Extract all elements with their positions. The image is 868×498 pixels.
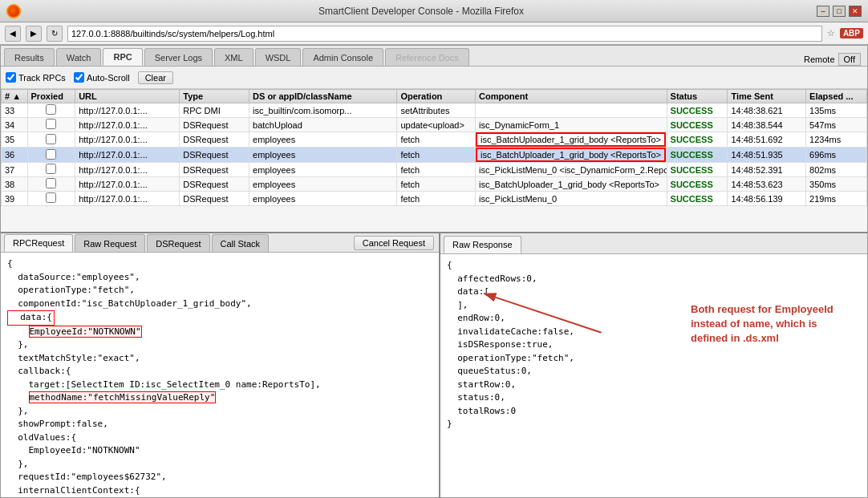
forward-button[interactable]: ▶ — [26, 26, 42, 42]
cell-operation: fetch — [397, 192, 476, 206]
tab-reference-docs[interactable]: Reference Docs — [385, 48, 469, 66]
cell-url: http://127.0.0.1:... — [75, 103, 180, 118]
cell-status: SUCCESS — [667, 192, 728, 206]
cell-component — [475, 103, 667, 118]
code-line: textMatchStyle:"exact", — [7, 352, 432, 366]
close-button[interactable]: ✕ — [849, 6, 862, 17]
tab-xml[interactable]: XML — [214, 48, 254, 66]
cell-time: 14:48:51.692 — [728, 132, 806, 148]
code-line: totalRows:0 — [447, 405, 861, 419]
cell-proxied — [27, 148, 75, 163]
back-button[interactable]: ◀ — [5, 26, 21, 42]
cell-ds: employees — [249, 177, 397, 192]
track-rpcs-check[interactable] — [6, 72, 16, 83]
cell-num: 38 — [2, 177, 28, 192]
track-rpcs-checkbox[interactable]: Track RPCs — [6, 72, 66, 83]
col-component[interactable]: Component — [475, 90, 667, 103]
col-url[interactable]: URL — [75, 90, 180, 103]
bookmark-icon[interactable]: ☆ — [827, 28, 835, 38]
reload-button[interactable]: ↻ — [47, 26, 63, 42]
table-row[interactable]: 36 http://127.0.0.1:... DSRequest employ… — [2, 148, 867, 163]
tab-admin-console[interactable]: Admin Console — [302, 48, 383, 66]
cell-component: isc_PickListMenu_0 — [475, 192, 667, 206]
col-type[interactable]: Type — [180, 90, 249, 103]
table-row[interactable]: 37 http://127.0.0.1:... DSRequest employ… — [2, 163, 867, 177]
col-status[interactable]: Status — [667, 90, 728, 103]
col-proxied[interactable]: Proxied — [27, 90, 75, 103]
cell-proxied — [27, 118, 75, 132]
abp-badge: ABP — [840, 28, 863, 38]
col-elapsed[interactable]: Elapsed ... — [806, 90, 867, 103]
cell-type: DSRequest — [180, 132, 249, 148]
cell-time: 14:48:38.621 — [728, 103, 806, 118]
cell-elapsed: 547ms — [806, 118, 867, 132]
annotation-text: Both request for EmployeeId instead of n… — [691, 302, 851, 346]
cell-url: http://127.0.0.1:... — [75, 148, 180, 163]
code-line: dataSource:"employees", — [7, 271, 432, 285]
cell-url: http://127.0.0.1:... — [75, 192, 180, 206]
cell-elapsed: 350ms — [806, 177, 867, 192]
cell-time: 14:48:56.139 — [728, 192, 806, 206]
tab-rpc[interactable]: RPC — [103, 48, 142, 66]
cell-type: DSRequest — [180, 163, 249, 177]
table-row[interactable]: 39 http://127.0.0.1:... DSRequest employ… — [2, 192, 867, 206]
cell-proxied — [27, 192, 75, 206]
cell-status: SUCCESS — [667, 148, 728, 163]
col-operation[interactable]: Operation — [397, 90, 476, 103]
code-line: componentId:"isc_BatchUploader_1_grid_bo… — [7, 298, 432, 311]
code-line: queueStatus:0, — [447, 365, 861, 379]
col-ds[interactable]: DS or appID/className — [249, 90, 397, 103]
code-line-data-open: data:{ — [7, 310, 55, 326]
cell-ds: employees — [249, 132, 397, 148]
tab-results[interactable]: Results — [4, 48, 55, 66]
code-line-methodname: methodName:"fetchMissingValueReply" — [7, 391, 432, 405]
auto-scroll-checkbox[interactable]: Auto-Scroll — [74, 72, 130, 83]
table-row[interactable]: 34 http://127.0.0.1:... DSRequest batchU… — [2, 118, 867, 132]
cell-operation: fetch — [397, 163, 476, 177]
auto-scroll-check[interactable] — [74, 72, 84, 83]
cell-status: SUCCESS — [667, 177, 728, 192]
cell-elapsed: 802ms — [806, 163, 867, 177]
cell-ds: batchUpload — [249, 118, 397, 132]
code-line: { — [7, 257, 432, 271]
cell-url: http://127.0.0.1:... — [75, 177, 180, 192]
table-row[interactable]: 38 http://127.0.0.1:... DSRequest employ… — [2, 177, 867, 192]
maximize-button[interactable]: □ — [833, 6, 846, 17]
remote-label: Remote — [804, 55, 835, 64]
cancel-request-button[interactable]: Cancel Request — [354, 236, 434, 250]
cell-time: 14:48:51.935 — [728, 148, 806, 163]
col-time[interactable]: Time Sent — [728, 90, 806, 103]
minimize-button[interactable]: – — [817, 6, 829, 17]
code-line: affectedRows:0, — [447, 273, 861, 286]
tab-call-stack[interactable]: Call Stack — [212, 234, 270, 252]
cell-ds: employees — [249, 192, 397, 206]
cell-status: SUCCESS — [667, 163, 728, 177]
table-row[interactable]: 35 http://127.0.0.1:... DSRequest employ… — [2, 132, 867, 148]
col-num[interactable]: # ▲ — [2, 90, 28, 103]
track-rpcs-label: Track RPCs — [18, 73, 66, 83]
cell-component: isc_PickListMenu_0 <isc_DynamicForm_2.Re… — [475, 163, 667, 177]
app-container: Results Watch RPC Server Logs XML WSDL A… — [0, 45, 868, 498]
table-row[interactable]: 33 http://127.0.0.1:... RPC DMI isc_buil… — [2, 103, 867, 118]
cell-operation: update<upload> — [397, 118, 476, 132]
window-title: SmartClient Developer Console - Mozilla … — [26, 6, 817, 17]
tab-watch[interactable]: Watch — [56, 48, 102, 66]
requests-table: # ▲ Proxied URL Type DS or appID/classNa… — [1, 89, 867, 206]
cell-type: DSRequest — [180, 177, 249, 192]
code-line: operationType:"fetch", — [447, 352, 861, 366]
cell-num: 34 — [2, 118, 28, 132]
clear-button[interactable]: Clear — [138, 71, 173, 84]
tab-rpcrequest[interactable]: RPCRequest — [4, 234, 73, 252]
cell-elapsed: 696ms — [806, 148, 867, 163]
url-field[interactable] — [67, 26, 822, 42]
tab-dsrequest[interactable]: DSRequest — [147, 234, 209, 252]
tab-wsdl[interactable]: WSDL — [255, 48, 302, 66]
cancel-btn-area: Cancel Request — [349, 234, 439, 252]
tab-server-logs[interactable]: Server Logs — [144, 48, 213, 66]
tab-raw-request[interactable]: Raw Request — [75, 234, 145, 252]
code-line: }, — [7, 458, 432, 472]
cell-num: 35 — [2, 132, 28, 148]
cell-time: 14:48:52.391 — [728, 163, 806, 177]
cell-type: DSRequest — [180, 148, 249, 163]
tab-raw-response[interactable]: Raw Response — [444, 236, 521, 253]
